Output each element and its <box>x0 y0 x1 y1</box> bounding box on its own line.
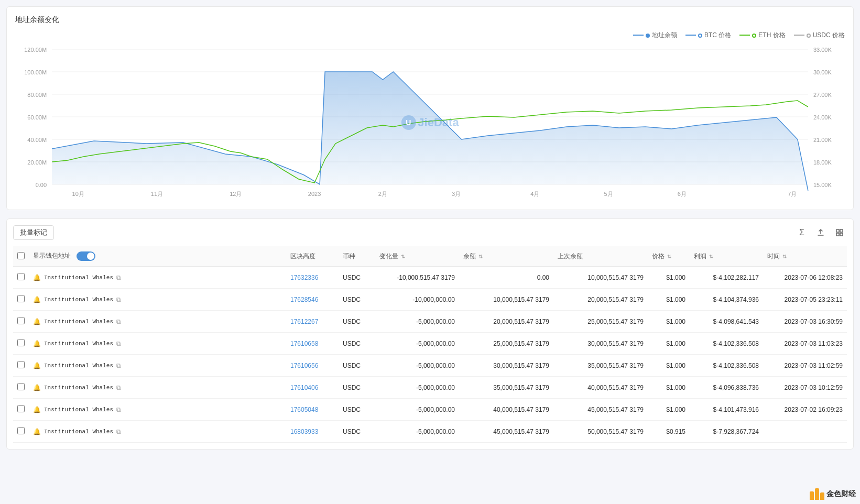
row-checkbox-0[interactable] <box>17 273 25 280</box>
copy-icon-0[interactable]: ⧉ <box>116 274 121 281</box>
row-block-7: 16803933 <box>286 421 339 443</box>
svg-text:120.00M: 120.00M <box>24 47 47 53</box>
legend-eth: ETH 价格 <box>739 31 785 40</box>
svg-text:3月: 3月 <box>452 191 461 197</box>
toggle-switch[interactable] <box>77 251 95 261</box>
block-link-1[interactable]: 17628546 <box>290 296 318 303</box>
bell-icon-1[interactable]: 🔔 <box>33 296 41 303</box>
block-link-0[interactable]: 17632336 <box>290 274 318 281</box>
row-balance-6: 40,000,515.47 3179 <box>459 399 553 421</box>
row-select-6 <box>13 399 29 421</box>
row-checkbox-1[interactable] <box>17 295 25 302</box>
table-section: 批量标记 Σ <box>6 218 854 450</box>
th-change[interactable]: 变化量 ⇅ <box>375 246 459 267</box>
row-balance-1: 10,000,515.47 3179 <box>459 289 553 311</box>
row-balance-7: 45,000,515.47 3179 <box>459 421 553 443</box>
svg-text:60.00M: 60.00M <box>27 114 47 120</box>
copy-icon-5[interactable]: ⧉ <box>116 384 121 391</box>
th-balance[interactable]: 余额 ⇅ <box>459 246 553 267</box>
row-checkbox-6[interactable] <box>17 405 25 412</box>
row-balance-4: 30,000,515.47 3179 <box>459 355 553 377</box>
table-row: 🔔 Institutional Whales ⧉ 17628546 USDC -… <box>13 289 847 311</box>
bell-icon-4[interactable]: 🔔 <box>33 362 41 369</box>
row-price-3: $1.000 <box>648 333 690 355</box>
row-coin-5: USDC <box>339 377 375 399</box>
th-select <box>13 246 29 267</box>
select-all-checkbox[interactable] <box>17 252 25 259</box>
grid-button[interactable] <box>832 225 847 240</box>
block-link-3[interactable]: 17610658 <box>290 340 318 347</box>
svg-text:12月: 12月 <box>230 191 242 197</box>
block-link-2[interactable]: 17612267 <box>290 318 318 325</box>
th-profit[interactable]: 利润 ⇅ <box>690 246 763 267</box>
row-checkbox-7[interactable] <box>17 427 25 434</box>
row-address-3: 🔔 Institutional Whales ⧉ <box>29 333 286 355</box>
address-text-5: Institutional Whales <box>44 385 113 391</box>
row-prev-balance-3: 30,000,515.47 3179 <box>553 333 648 355</box>
row-price-5: $1.000 <box>648 377 690 399</box>
svg-text:6月: 6月 <box>678 191 687 197</box>
th-price[interactable]: 价格 ⇅ <box>648 246 690 267</box>
copy-icon-1[interactable]: ⧉ <box>116 296 121 303</box>
block-link-7[interactable]: 16803933 <box>290 428 318 435</box>
row-select-7 <box>13 421 29 443</box>
block-link-5[interactable]: 17610406 <box>290 384 318 391</box>
row-checkbox-4[interactable] <box>17 361 25 368</box>
bell-icon-0[interactable]: 🔔 <box>33 274 41 281</box>
batch-mark-button[interactable]: 批量标记 <box>13 225 54 240</box>
row-change-5: -5,000,000.00 <box>375 377 459 399</box>
bell-icon-5[interactable]: 🔔 <box>33 384 41 391</box>
row-coin-1: USDC <box>339 289 375 311</box>
row-price-4: $1.000 <box>648 355 690 377</box>
svg-rect-35 <box>840 233 843 236</box>
svg-text:100.00M: 100.00M <box>24 69 47 75</box>
row-profit-1: $-4,104,374.936 <box>690 289 763 311</box>
th-block[interactable]: 区块高度 <box>286 246 339 267</box>
row-checkbox-2[interactable] <box>17 317 25 324</box>
row-price-0: $1.000 <box>648 267 690 289</box>
row-checkbox-5[interactable] <box>17 383 25 390</box>
row-address-1: 🔔 Institutional Whales ⧉ <box>29 289 286 311</box>
row-profit-0: $-4,102,282.117 <box>690 267 763 289</box>
row-prev-balance-0: 10,000,515.47 3179 <box>553 267 648 289</box>
row-balance-2: 20,000,515.47 3179 <box>459 311 553 333</box>
address-text-1: Institutional Whales <box>44 297 113 303</box>
bell-icon-3[interactable]: 🔔 <box>33 340 41 347</box>
row-checkbox-3[interactable] <box>17 339 25 346</box>
th-time[interactable]: 时间 ⇅ <box>763 246 847 267</box>
svg-text:10月: 10月 <box>72 191 84 197</box>
block-link-4[interactable]: 17610656 <box>290 362 318 369</box>
copy-icon-7[interactable]: ⧉ <box>116 428 121 435</box>
row-profit-4: $-4,102,336.508 <box>690 355 763 377</box>
svg-text:80.00M: 80.00M <box>27 92 47 98</box>
block-link-6[interactable]: 17605048 <box>290 406 318 413</box>
svg-marker-21 <box>52 72 808 191</box>
copy-icon-3[interactable]: ⧉ <box>116 340 121 347</box>
copy-icon-2[interactable]: ⧉ <box>116 318 121 325</box>
bell-icon-2[interactable]: 🔔 <box>33 318 41 325</box>
chart-svg: 120.00M 100.00M 80.00M 60.00M 40.00M 20.… <box>15 44 845 201</box>
sigma-button[interactable]: Σ <box>794 225 809 240</box>
sort-change-icon: ⇅ <box>401 254 405 259</box>
address-text-4: Institutional Whales <box>44 363 113 369</box>
copy-icon-6[interactable]: ⧉ <box>116 406 121 413</box>
table-row: 🔔 Institutional Whales ⧉ 17610406 USDC -… <box>13 377 847 399</box>
sort-balance-icon: ⇅ <box>478 254 483 259</box>
row-change-0: -10,000,515.47 3179 <box>375 267 459 289</box>
row-prev-balance-2: 25,000,515.47 3179 <box>553 311 648 333</box>
row-time-2: 2023-07-03 16:30:59 <box>763 311 847 333</box>
upload-button[interactable] <box>813 225 828 240</box>
table-row: 🔔 Institutional Whales ⧉ 17610656 USDC -… <box>13 355 847 377</box>
row-select-4 <box>13 355 29 377</box>
row-address-2: 🔔 Institutional Whales ⧉ <box>29 311 286 333</box>
bell-icon-6[interactable]: 🔔 <box>33 406 41 413</box>
row-balance-0: 0.00 <box>459 267 553 289</box>
row-change-6: -5,000,000.00 <box>375 399 459 421</box>
row-time-0: 2023-07-06 12:08:23 <box>763 267 847 289</box>
row-price-6: $1.000 <box>648 399 690 421</box>
copy-icon-4[interactable]: ⧉ <box>116 362 121 369</box>
row-select-5 <box>13 377 29 399</box>
row-time-3: 2023-07-03 11:03:23 <box>763 333 847 355</box>
row-change-2: -5,000,000.00 <box>375 311 459 333</box>
bell-icon-7[interactable]: 🔔 <box>33 428 41 435</box>
